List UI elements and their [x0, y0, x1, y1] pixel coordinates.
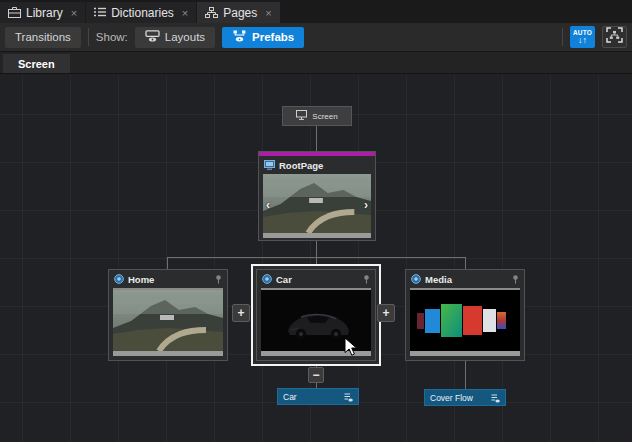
toolbar-separator — [88, 28, 89, 46]
car-thumbnail — [261, 288, 371, 356]
breadcrumb-label: Screen — [18, 58, 55, 70]
tab-label: Library — [26, 6, 63, 20]
minus-icon: − — [312, 369, 319, 381]
tab-library[interactable]: Library × — [0, 2, 85, 23]
breadcrumb-bar: Screen — [0, 52, 632, 74]
media-thumbnail — [410, 288, 520, 356]
pin-icon[interactable] — [215, 270, 222, 288]
chevron-right-icon[interactable]: › — [364, 198, 368, 212]
screen-node-label: Screen — [312, 112, 337, 121]
remove-prefab-button[interactable]: − — [308, 367, 324, 383]
connector-line — [167, 257, 168, 269]
auto-arrows-icon: ↓↑ — [578, 36, 587, 45]
plus-icon: + — [382, 307, 389, 319]
home-thumbnail — [113, 288, 223, 356]
prefabs-toggle-button[interactable]: Prefabs — [222, 27, 304, 48]
layout-list-icon — [344, 388, 353, 406]
graph-canvas[interactable]: Screen RootPage — [0, 75, 632, 442]
selection-outline: Car — [251, 264, 381, 366]
toolbar: Transitions Show: Layouts Prefabs AUTO ↓… — [0, 23, 632, 52]
prefabs-icon — [232, 30, 247, 44]
tab-bar: Library × Dictionaries × Pages × — [0, 0, 632, 23]
page-node-media[interactable]: Media — [405, 269, 525, 361]
show-label: Show: — [96, 31, 128, 43]
toolbar-separator — [562, 28, 563, 46]
plus-icon: + — [237, 307, 244, 319]
node-label: Home — [128, 274, 211, 285]
tab-pages[interactable]: Pages × — [197, 2, 279, 23]
tab-label: Dictionaries — [111, 6, 174, 20]
close-icon[interactable]: × — [182, 7, 188, 19]
transitions-button[interactable]: Transitions — [5, 27, 81, 48]
pin-icon[interactable] — [512, 270, 519, 288]
auto-arrange-button[interactable]: AUTO ↓↑ — [570, 26, 595, 48]
monitor-icon — [296, 110, 307, 122]
prefab-tag-label: Cover Flow — [430, 393, 487, 403]
mountain-road-image — [113, 290, 223, 351]
page-icon — [264, 156, 275, 174]
dictionaries-icon — [94, 7, 106, 18]
pages-icon — [205, 7, 218, 18]
thumbnail-footer-bar — [263, 233, 371, 238]
tab-dictionaries[interactable]: Dictionaries × — [86, 2, 196, 23]
library-icon — [8, 7, 21, 18]
connector-line — [316, 241, 317, 258]
fit-graph-button[interactable] — [602, 26, 627, 48]
rootpage-node[interactable]: RootPage ‹ › — [258, 151, 376, 241]
thumbnail-footer-bar — [113, 351, 223, 356]
chevron-left-icon[interactable]: ‹ — [266, 198, 270, 212]
prefabs-label: Prefabs — [252, 31, 294, 43]
add-page-button-right[interactable]: + — [377, 304, 395, 322]
page-node-car[interactable]: Car — [256, 269, 376, 361]
connector-line — [465, 361, 466, 390]
prefab-page-icon — [114, 270, 124, 288]
prefab-tag-car[interactable]: Car — [277, 388, 359, 405]
add-page-button-left[interactable]: + — [232, 304, 250, 322]
prefab-page-icon — [262, 270, 272, 288]
breadcrumb-screen[interactable]: Screen — [3, 54, 70, 73]
connector-line — [316, 126, 317, 151]
page-node-home[interactable]: Home — [108, 269, 228, 361]
pin-icon[interactable] — [363, 270, 370, 288]
thumbnail-footer-bar — [410, 351, 520, 356]
cover-flow-image — [410, 290, 520, 351]
layout-list-icon — [491, 389, 500, 407]
prefab-page-icon — [411, 270, 421, 288]
close-icon[interactable]: × — [265, 7, 271, 19]
node-label: Media — [425, 274, 508, 285]
fit-view-icon — [606, 27, 623, 47]
thumbnail-footer-bar — [261, 351, 371, 356]
transitions-label: Transitions — [15, 31, 71, 43]
rootpage-thumbnail: ‹ › — [263, 174, 371, 238]
prefab-tag-cover-flow[interactable]: Cover Flow — [424, 389, 506, 406]
node-label: RootPage — [279, 160, 370, 171]
connector-line — [465, 257, 466, 269]
close-icon[interactable]: × — [71, 7, 77, 19]
mountain-road-image — [263, 174, 371, 233]
tab-label: Pages — [223, 6, 257, 20]
node-label: Car — [276, 274, 359, 285]
prefab-tag-label: Car — [283, 392, 340, 402]
layouts-toggle-button[interactable]: Layouts — [135, 27, 215, 48]
layouts-label: Layouts — [165, 31, 205, 43]
pages-editor-window: Library × Dictionaries × Pages × Transit… — [0, 0, 632, 442]
black-sports-car-image — [261, 290, 371, 351]
screen-node[interactable]: Screen — [282, 106, 352, 126]
layouts-icon — [145, 30, 160, 44]
